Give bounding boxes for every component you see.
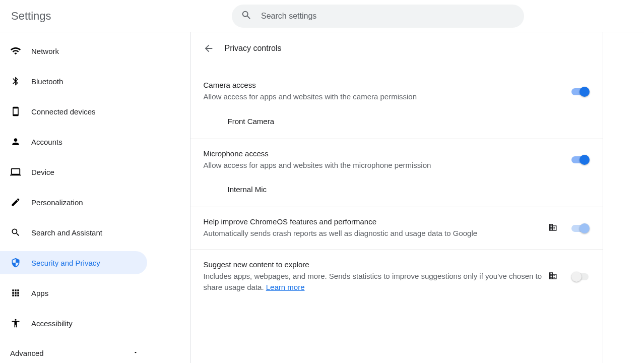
toggle-suggest-content xyxy=(571,272,590,282)
page-title: Privacy controls xyxy=(225,44,282,53)
sidebar-item-network[interactable]: Network xyxy=(0,39,147,63)
enterprise-icon xyxy=(548,223,557,233)
camera-device-label: Front Camera xyxy=(228,117,590,126)
main: Privacy controls Camera access Allow acc… xyxy=(149,32,644,363)
setting-title: Microphone access xyxy=(204,149,571,158)
setting-desc-text: Includes apps, webpages, and more. Sends… xyxy=(204,272,542,292)
sidebar-item-label: Apps xyxy=(31,289,48,297)
microphone-device-label: Internal Mic xyxy=(228,185,590,194)
app-title: Settings xyxy=(10,10,232,23)
sidebar-item-search-and-assistant[interactable]: Search and Assistant xyxy=(0,221,147,244)
arrow-left-icon xyxy=(203,43,214,54)
sidebar-item-label: Personalization xyxy=(31,198,83,207)
camera-device-row[interactable]: Front Camera xyxy=(190,109,603,139)
search-input[interactable] xyxy=(261,12,515,21)
setting-title: Suggest new content to explore xyxy=(204,260,548,269)
accessibility-icon xyxy=(10,318,21,328)
sidebar-item-accessibility[interactable]: Accessibility xyxy=(0,312,147,335)
laptop-icon xyxy=(10,166,21,177)
sidebar-item-label: Network xyxy=(31,47,59,55)
apps-icon xyxy=(10,288,21,298)
toggle-camera-access[interactable] xyxy=(571,87,590,97)
chevron-down-icon xyxy=(133,349,139,357)
sidebar-item-connected-devices[interactable]: Connected devices xyxy=(0,100,147,123)
sidebar-item-label: Accounts xyxy=(31,138,62,146)
sidebar-item-label: Security and Privacy xyxy=(31,259,100,267)
sidebar-item-personalization[interactable]: Personalization xyxy=(0,191,147,214)
devices-icon xyxy=(10,106,21,116)
microphone-device-row[interactable]: Internal Mic xyxy=(190,177,603,207)
search-icon xyxy=(10,227,21,237)
setting-title: Help improve ChromeOS features and perfo… xyxy=(204,217,548,226)
setting-desc: Automatically sends crash reports as wel… xyxy=(204,228,548,239)
setting-camera-access: Camera access Allow access for apps and … xyxy=(190,60,603,109)
setting-microphone-access: Microphone access Allow access for apps … xyxy=(190,139,603,177)
sidebar-item-label: Accessibility xyxy=(31,319,73,328)
edit-icon xyxy=(10,197,21,207)
header: Settings xyxy=(0,0,644,32)
sidebar-item-label: Connected devices xyxy=(31,107,96,116)
search-icon xyxy=(241,10,252,22)
toggle-help-improve xyxy=(571,223,590,233)
enterprise-icon xyxy=(548,271,557,282)
back-button[interactable] xyxy=(203,42,215,54)
content-card: Privacy controls Camera access Allow acc… xyxy=(190,32,603,363)
setting-desc: Allow access for apps and websites with … xyxy=(204,160,571,171)
setting-desc: Allow access for apps and websites with … xyxy=(204,91,571,103)
person-icon xyxy=(10,137,21,147)
bluetooth-icon xyxy=(10,76,21,86)
sidebar-item-label: Search and Assistant xyxy=(31,228,102,237)
setting-suggest-content: Suggest new content to explore Includes … xyxy=(190,250,603,304)
sidebar-advanced[interactable]: Advanced xyxy=(0,342,149,363)
shield-icon xyxy=(10,258,21,268)
page-header: Privacy controls xyxy=(190,32,603,60)
search-container[interactable] xyxy=(232,5,524,28)
learn-more-link[interactable]: Learn more xyxy=(266,283,305,291)
sidebar-item-security-and-privacy[interactable]: Security and Privacy xyxy=(0,251,147,274)
sidebar-item-bluetooth[interactable]: Bluetooth xyxy=(0,70,147,93)
setting-help-improve: Help improve ChromeOS features and perfo… xyxy=(190,207,603,250)
sidebar-item-apps[interactable]: Apps xyxy=(0,281,147,305)
wifi-icon xyxy=(10,45,21,56)
setting-title: Camera access xyxy=(204,81,571,89)
sidebar-item-label: Bluetooth xyxy=(31,77,63,86)
advanced-label: Advanced xyxy=(10,349,44,357)
sidebar: Network Bluetooth Connected devices Acco… xyxy=(0,32,149,363)
sidebar-item-device[interactable]: Device xyxy=(0,160,147,184)
toggle-microphone-access[interactable] xyxy=(571,155,590,165)
sidebar-item-label: Device xyxy=(31,168,54,176)
sidebar-item-accounts[interactable]: Accounts xyxy=(0,130,147,153)
setting-desc: Includes apps, webpages, and more. Sends… xyxy=(204,271,548,293)
